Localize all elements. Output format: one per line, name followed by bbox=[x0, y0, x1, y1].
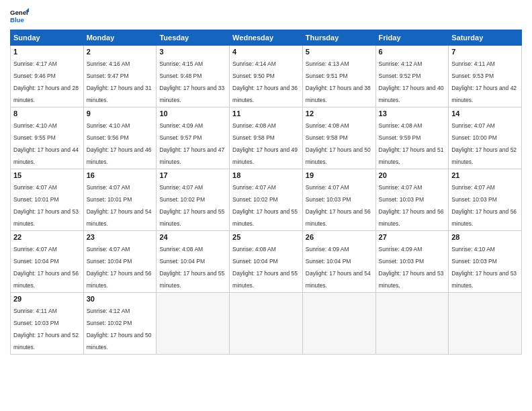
day-detail: Sunrise: 4:10 AMSunset: 10:03 PMDaylight… bbox=[451, 246, 517, 289]
calendar-cell: 25 Sunrise: 4:08 AMSunset: 10:04 PMDayli… bbox=[230, 231, 303, 293]
day-number: 21 bbox=[451, 171, 519, 179]
calendar-cell: 11 Sunrise: 4:08 AMSunset: 9:58 PMDaylig… bbox=[230, 107, 303, 169]
calendar-cell: 9 Sunrise: 4:10 AMSunset: 9:56 PMDayligh… bbox=[83, 107, 157, 169]
calendar-cell bbox=[449, 293, 522, 355]
day-number: 28 bbox=[451, 233, 519, 241]
day-detail: Sunrise: 4:07 AMSunset: 10:04 PMDaylight… bbox=[13, 246, 79, 289]
calendar-cell: 30 Sunrise: 4:12 AMSunset: 10:02 PMDayli… bbox=[83, 293, 157, 355]
calendar-cell bbox=[302, 293, 375, 355]
day-number: 11 bbox=[232, 109, 300, 118]
day-number: 18 bbox=[232, 171, 300, 179]
calendar-cell: 26 Sunrise: 4:09 AMSunset: 10:04 PMDayli… bbox=[302, 231, 375, 293]
weekday-header: Thursday bbox=[302, 30, 375, 46]
day-detail: Sunrise: 4:08 AMSunset: 10:04 PMDaylight… bbox=[232, 246, 298, 289]
day-detail: Sunrise: 4:07 AMSunset: 10:03 PMDaylight… bbox=[306, 184, 371, 227]
day-number: 2 bbox=[87, 48, 154, 56]
day-number: 4 bbox=[232, 48, 300, 56]
calendar-cell: 20 Sunrise: 4:07 AMSunset: 10:03 PMDayli… bbox=[375, 169, 449, 231]
day-number: 14 bbox=[451, 109, 519, 118]
day-number: 22 bbox=[13, 233, 81, 241]
calendar-cell: 16 Sunrise: 4:07 AMSunset: 10:01 PMDayli… bbox=[83, 169, 157, 231]
calendar-cell: 12 Sunrise: 4:08 AMSunset: 9:58 PMDaylig… bbox=[302, 107, 375, 169]
day-number: 15 bbox=[13, 171, 81, 179]
day-number: 7 bbox=[451, 48, 519, 56]
calendar-cell: 15 Sunrise: 4:07 AMSunset: 10:01 PMDayli… bbox=[11, 169, 84, 231]
day-detail: Sunrise: 4:11 AMSunset: 10:03 PMDaylight… bbox=[13, 308, 79, 351]
weekday-header: Friday bbox=[375, 30, 449, 46]
day-number: 26 bbox=[306, 233, 373, 241]
day-number: 25 bbox=[232, 233, 300, 241]
weekday-header: Saturday bbox=[449, 30, 522, 46]
calendar-cell: 28 Sunrise: 4:10 AMSunset: 10:03 PMDayli… bbox=[449, 231, 522, 293]
day-number: 9 bbox=[87, 109, 154, 118]
calendar-cell bbox=[375, 293, 449, 355]
day-number: 20 bbox=[379, 171, 446, 179]
calendar-cell bbox=[157, 293, 230, 355]
calendar-cell: 23 Sunrise: 4:07 AMSunset: 10:04 PMDayli… bbox=[83, 231, 157, 293]
day-detail: Sunrise: 4:14 AMSunset: 9:50 PMDaylight:… bbox=[232, 60, 298, 103]
calendar-cell: 19 Sunrise: 4:07 AMSunset: 10:03 PMDayli… bbox=[302, 169, 375, 231]
day-detail: Sunrise: 4:16 AMSunset: 9:47 PMDaylight:… bbox=[87, 60, 152, 103]
day-number: 1 bbox=[13, 48, 81, 56]
day-detail: Sunrise: 4:07 AMSunset: 10:03 PMDaylight… bbox=[451, 184, 517, 227]
svg-text:General: General bbox=[10, 9, 29, 16]
day-detail: Sunrise: 4:07 AMSunset: 10:00 PMDaylight… bbox=[451, 122, 517, 165]
day-number: 10 bbox=[159, 109, 226, 118]
svg-text:Blue: Blue bbox=[10, 16, 24, 24]
calendar-cell: 24 Sunrise: 4:08 AMSunset: 10:04 PMDayli… bbox=[157, 231, 230, 293]
day-detail: Sunrise: 4:07 AMSunset: 10:04 PMDaylight… bbox=[87, 246, 152, 289]
calendar-cell: 10 Sunrise: 4:09 AMSunset: 9:57 PMDaylig… bbox=[157, 107, 230, 169]
day-detail: Sunrise: 4:17 AMSunset: 9:46 PMDaylight:… bbox=[13, 60, 79, 103]
day-number: 8 bbox=[13, 109, 81, 118]
calendar-cell: 14 Sunrise: 4:07 AMSunset: 10:00 PMDayli… bbox=[449, 107, 522, 169]
day-detail: Sunrise: 4:12 AMSunset: 9:52 PMDaylight:… bbox=[379, 60, 444, 103]
day-detail: Sunrise: 4:07 AMSunset: 10:01 PMDaylight… bbox=[13, 184, 79, 227]
day-number: 5 bbox=[306, 48, 373, 56]
calendar-cell: 29 Sunrise: 4:11 AMSunset: 10:03 PMDayli… bbox=[11, 293, 84, 355]
day-detail: Sunrise: 4:08 AMSunset: 9:58 PMDaylight:… bbox=[306, 122, 371, 165]
day-detail: Sunrise: 4:15 AMSunset: 9:48 PMDaylight:… bbox=[159, 60, 224, 103]
day-number: 30 bbox=[87, 295, 154, 303]
day-number: 3 bbox=[159, 48, 226, 56]
weekday-header: Sunday bbox=[11, 30, 84, 46]
calendar-cell: 27 Sunrise: 4:09 AMSunset: 10:03 PMDayli… bbox=[375, 231, 449, 293]
day-detail: Sunrise: 4:08 AMSunset: 9:58 PMDaylight:… bbox=[232, 122, 298, 165]
header: General Blue bbox=[10, 7, 522, 26]
day-number: 13 bbox=[379, 109, 446, 118]
day-detail: Sunrise: 4:07 AMSunset: 10:03 PMDaylight… bbox=[379, 184, 444, 227]
day-number: 6 bbox=[379, 48, 446, 56]
calendar-cell: 21 Sunrise: 4:07 AMSunset: 10:03 PMDayli… bbox=[449, 169, 522, 231]
calendar-cell: 22 Sunrise: 4:07 AMSunset: 10:04 PMDayli… bbox=[11, 231, 84, 293]
calendar-cell: 3 Sunrise: 4:15 AMSunset: 9:48 PMDayligh… bbox=[157, 46, 230, 107]
calendar-cell: 17 Sunrise: 4:07 AMSunset: 10:02 PMDayli… bbox=[157, 169, 230, 231]
weekday-header: Wednesday bbox=[230, 30, 303, 46]
day-detail: Sunrise: 4:10 AMSunset: 9:56 PMDaylight:… bbox=[87, 122, 152, 165]
calendar-cell: 7 Sunrise: 4:11 AMSunset: 9:53 PMDayligh… bbox=[449, 46, 522, 107]
day-number: 24 bbox=[159, 233, 226, 241]
calendar-cell: 13 Sunrise: 4:08 AMSunset: 9:59 PMDaylig… bbox=[375, 107, 449, 169]
page: General Blue SundayMondayTuesdayWednesda… bbox=[0, 0, 532, 411]
weekday-header: Tuesday bbox=[157, 30, 230, 46]
day-detail: Sunrise: 4:07 AMSunset: 10:02 PMDaylight… bbox=[159, 184, 224, 227]
day-detail: Sunrise: 4:09 AMSunset: 9:57 PMDaylight:… bbox=[159, 122, 224, 165]
calendar-cell bbox=[230, 293, 303, 355]
day-detail: Sunrise: 4:08 AMSunset: 9:59 PMDaylight:… bbox=[379, 122, 444, 165]
day-detail: Sunrise: 4:11 AMSunset: 9:53 PMDaylight:… bbox=[451, 60, 517, 103]
calendar-table: SundayMondayTuesdayWednesdayThursdayFrid… bbox=[10, 30, 522, 355]
calendar-cell: 18 Sunrise: 4:07 AMSunset: 10:02 PMDayli… bbox=[230, 169, 303, 231]
day-number: 16 bbox=[87, 171, 154, 179]
day-detail: Sunrise: 4:07 AMSunset: 10:02 PMDaylight… bbox=[232, 184, 298, 227]
day-detail: Sunrise: 4:08 AMSunset: 10:04 PMDaylight… bbox=[159, 246, 224, 289]
calendar-cell: 5 Sunrise: 4:13 AMSunset: 9:51 PMDayligh… bbox=[302, 46, 375, 107]
day-number: 17 bbox=[159, 171, 226, 179]
day-number: 29 bbox=[13, 295, 81, 303]
calendar-cell: 8 Sunrise: 4:10 AMSunset: 9:55 PMDayligh… bbox=[11, 107, 84, 169]
calendar-cell: 2 Sunrise: 4:16 AMSunset: 9:47 PMDayligh… bbox=[83, 46, 157, 107]
day-detail: Sunrise: 4:10 AMSunset: 9:55 PMDaylight:… bbox=[13, 122, 79, 165]
day-detail: Sunrise: 4:13 AMSunset: 9:51 PMDaylight:… bbox=[306, 60, 371, 103]
calendar-cell: 6 Sunrise: 4:12 AMSunset: 9:52 PMDayligh… bbox=[375, 46, 449, 107]
weekday-header: Monday bbox=[83, 30, 157, 46]
day-detail: Sunrise: 4:09 AMSunset: 10:04 PMDaylight… bbox=[306, 246, 371, 289]
day-number: 19 bbox=[306, 171, 373, 179]
day-detail: Sunrise: 4:07 AMSunset: 10:01 PMDaylight… bbox=[87, 184, 152, 227]
